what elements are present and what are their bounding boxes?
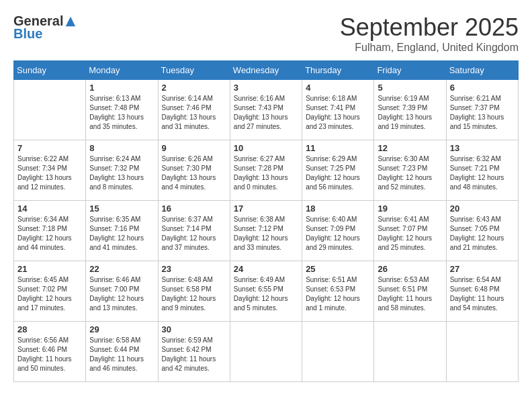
day-info: Sunrise: 6:35 AMSunset: 7:16 PMDaylight:… <box>89 215 154 253</box>
calendar-cell: 23Sunrise: 6:48 AMSunset: 6:58 PMDayligh… <box>158 261 230 322</box>
logo: General Blue <box>13 13 77 42</box>
calendar-cell: 5Sunrise: 6:19 AMSunset: 7:39 PMDaylight… <box>374 80 446 140</box>
calendar-cell: 22Sunrise: 6:46 AMSunset: 7:00 PMDayligh… <box>86 261 158 322</box>
calendar-cell: 7Sunrise: 6:22 AMSunset: 7:34 PMDaylight… <box>14 140 86 201</box>
day-info: Sunrise: 6:53 AMSunset: 6:51 PMDaylight:… <box>378 275 442 313</box>
weekday-header-row: SundayMondayTuesdayWednesdayThursdayFrid… <box>14 61 519 80</box>
day-number: 3 <box>234 83 298 93</box>
calendar-week-3: 14Sunrise: 6:34 AMSunset: 7:18 PMDayligh… <box>14 201 519 261</box>
day-info: Sunrise: 6:13 AMSunset: 7:48 PMDaylight:… <box>89 94 154 132</box>
calendar-week-4: 21Sunrise: 6:45 AMSunset: 7:02 PMDayligh… <box>14 261 519 322</box>
day-info: Sunrise: 6:51 AMSunset: 6:53 PMDaylight:… <box>306 275 370 313</box>
calendar-week-1: 1Sunrise: 6:13 AMSunset: 7:48 PMDaylight… <box>14 80 519 140</box>
day-info: Sunrise: 6:16 AMSunset: 7:43 PMDaylight:… <box>234 94 298 132</box>
calendar-cell <box>374 322 446 382</box>
day-number: 18 <box>306 203 370 214</box>
calendar-cell: 18Sunrise: 6:40 AMSunset: 7:09 PMDayligh… <box>302 201 374 261</box>
day-number: 2 <box>162 83 226 93</box>
calendar-week-5: 28Sunrise: 6:56 AMSunset: 6:46 PMDayligh… <box>14 322 519 382</box>
day-number: 24 <box>234 264 298 274</box>
calendar-cell: 1Sunrise: 6:13 AMSunset: 7:48 PMDaylight… <box>86 80 158 140</box>
day-number: 1 <box>89 83 154 93</box>
day-number: 20 <box>450 203 515 214</box>
day-info: Sunrise: 6:38 AMSunset: 7:12 PMDaylight:… <box>234 215 298 253</box>
day-number: 17 <box>234 203 298 214</box>
day-number: 4 <box>306 83 370 93</box>
day-info: Sunrise: 6:37 AMSunset: 7:14 PMDaylight:… <box>162 215 226 253</box>
day-number: 10 <box>234 143 298 153</box>
calendar-cell: 27Sunrise: 6:54 AMSunset: 6:48 PMDayligh… <box>446 261 518 322</box>
calendar-cell: 19Sunrise: 6:41 AMSunset: 7:07 PMDayligh… <box>374 201 446 261</box>
calendar-week-2: 7Sunrise: 6:22 AMSunset: 7:34 PMDaylight… <box>14 140 519 201</box>
day-number: 12 <box>378 143 442 153</box>
day-number: 6 <box>450 83 515 93</box>
day-number: 29 <box>89 324 154 334</box>
day-number: 15 <box>89 203 154 214</box>
calendar-cell: 2Sunrise: 6:14 AMSunset: 7:46 PMDaylight… <box>158 80 230 140</box>
calendar-cell: 26Sunrise: 6:53 AMSunset: 6:51 PMDayligh… <box>374 261 446 322</box>
day-number: 8 <box>89 143 154 153</box>
location: Fulham, England, United Kingdom <box>340 42 519 54</box>
day-info: Sunrise: 6:18 AMSunset: 7:41 PMDaylight:… <box>306 94 370 132</box>
svg-marker-0 <box>66 16 75 26</box>
calendar-cell: 21Sunrise: 6:45 AMSunset: 7:02 PMDayligh… <box>14 261 86 322</box>
day-info: Sunrise: 6:32 AMSunset: 7:21 PMDaylight:… <box>450 154 515 192</box>
weekday-header-wednesday: Wednesday <box>230 61 302 80</box>
calendar-cell: 17Sunrise: 6:38 AMSunset: 7:12 PMDayligh… <box>230 201 302 261</box>
day-info: Sunrise: 6:14 AMSunset: 7:46 PMDaylight:… <box>162 94 226 132</box>
day-number: 5 <box>378 83 442 93</box>
day-number: 13 <box>450 143 515 153</box>
day-info: Sunrise: 6:21 AMSunset: 7:37 PMDaylight:… <box>450 94 515 132</box>
weekday-header-thursday: Thursday <box>302 61 374 80</box>
calendar-table: SundayMondayTuesdayWednesdayThursdayFrid… <box>13 60 519 382</box>
day-number: 23 <box>162 264 226 274</box>
calendar-cell <box>230 322 302 382</box>
weekday-header-saturday: Saturday <box>446 61 518 80</box>
day-info: Sunrise: 6:27 AMSunset: 7:28 PMDaylight:… <box>234 154 298 192</box>
calendar-cell: 15Sunrise: 6:35 AMSunset: 7:16 PMDayligh… <box>86 201 158 261</box>
title-section: September 2025 Fulham, England, United K… <box>340 13 519 54</box>
day-number: 21 <box>17 264 82 274</box>
calendar-cell <box>302 322 374 382</box>
weekday-header-tuesday: Tuesday <box>158 61 230 80</box>
day-info: Sunrise: 6:58 AMSunset: 6:44 PMDaylight:… <box>89 336 154 373</box>
month-title: September 2025 <box>340 13 519 42</box>
weekday-header-sunday: Sunday <box>14 61 86 80</box>
calendar-cell: 16Sunrise: 6:37 AMSunset: 7:14 PMDayligh… <box>158 201 230 261</box>
day-number: 11 <box>306 143 370 153</box>
calendar-cell: 9Sunrise: 6:26 AMSunset: 7:30 PMDaylight… <box>158 140 230 201</box>
day-number: 22 <box>89 264 154 274</box>
calendar-cell: 14Sunrise: 6:34 AMSunset: 7:18 PMDayligh… <box>14 201 86 261</box>
calendar-cell: 13Sunrise: 6:32 AMSunset: 7:21 PMDayligh… <box>446 140 518 201</box>
day-info: Sunrise: 6:54 AMSunset: 6:48 PMDaylight:… <box>450 275 515 313</box>
logo-blue-text: Blue <box>13 26 42 42</box>
day-number: 26 <box>378 264 442 274</box>
day-number: 30 <box>162 324 226 334</box>
calendar-cell: 12Sunrise: 6:30 AMSunset: 7:23 PMDayligh… <box>374 140 446 201</box>
calendar-cell: 6Sunrise: 6:21 AMSunset: 7:37 PMDaylight… <box>446 80 518 140</box>
day-info: Sunrise: 6:56 AMSunset: 6:46 PMDaylight:… <box>17 336 82 373</box>
logo-icon <box>64 15 77 28</box>
calendar-cell: 20Sunrise: 6:43 AMSunset: 7:05 PMDayligh… <box>446 201 518 261</box>
day-info: Sunrise: 6:26 AMSunset: 7:30 PMDaylight:… <box>162 154 226 192</box>
calendar-cell <box>446 322 518 382</box>
day-number: 7 <box>17 143 82 153</box>
calendar-cell: 29Sunrise: 6:58 AMSunset: 6:44 PMDayligh… <box>86 322 158 382</box>
calendar-cell: 8Sunrise: 6:24 AMSunset: 7:32 PMDaylight… <box>86 140 158 201</box>
day-info: Sunrise: 6:40 AMSunset: 7:09 PMDaylight:… <box>306 215 370 253</box>
day-info: Sunrise: 6:48 AMSunset: 6:58 PMDaylight:… <box>162 275 226 313</box>
day-info: Sunrise: 6:59 AMSunset: 6:42 PMDaylight:… <box>162 336 226 373</box>
calendar-cell: 24Sunrise: 6:49 AMSunset: 6:55 PMDayligh… <box>230 261 302 322</box>
page-header: General Blue September 2025 Fulham, Engl… <box>13 13 519 54</box>
day-info: Sunrise: 6:22 AMSunset: 7:34 PMDaylight:… <box>17 154 82 192</box>
day-number: 9 <box>162 143 226 153</box>
calendar-cell: 11Sunrise: 6:29 AMSunset: 7:25 PMDayligh… <box>302 140 374 201</box>
day-info: Sunrise: 6:46 AMSunset: 7:00 PMDaylight:… <box>89 275 154 313</box>
day-info: Sunrise: 6:30 AMSunset: 7:23 PMDaylight:… <box>378 154 442 192</box>
day-info: Sunrise: 6:19 AMSunset: 7:39 PMDaylight:… <box>378 94 442 132</box>
day-info: Sunrise: 6:24 AMSunset: 7:32 PMDaylight:… <box>89 154 154 192</box>
day-info: Sunrise: 6:49 AMSunset: 6:55 PMDaylight:… <box>234 275 298 313</box>
weekday-header-monday: Monday <box>86 61 158 80</box>
calendar-cell: 30Sunrise: 6:59 AMSunset: 6:42 PMDayligh… <box>158 322 230 382</box>
calendar-cell: 4Sunrise: 6:18 AMSunset: 7:41 PMDaylight… <box>302 80 374 140</box>
